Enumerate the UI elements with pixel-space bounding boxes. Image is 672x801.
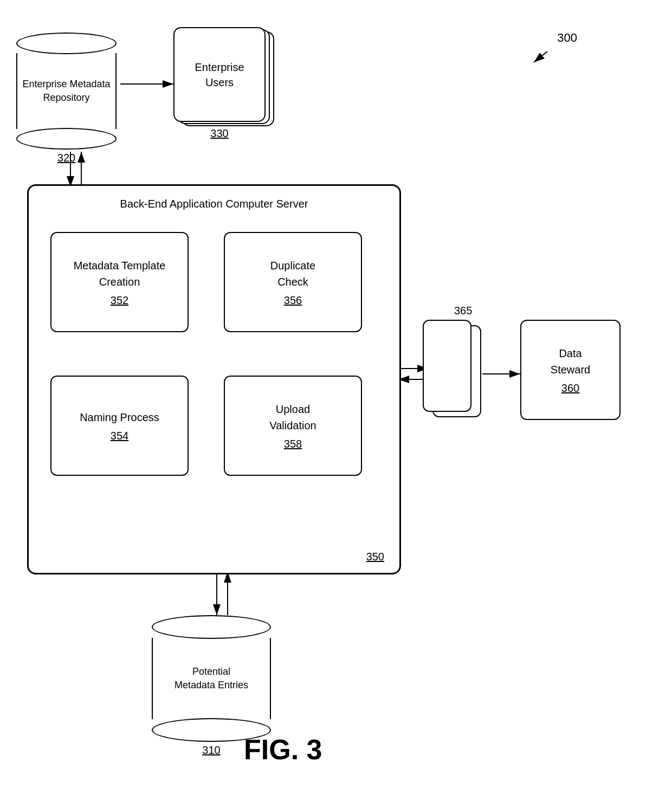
uv-label: UploadValidation <box>269 401 316 434</box>
emr-label: Enterprise MetadataRepository <box>22 77 110 105</box>
svg-line-10 <box>534 51 547 62</box>
np-ref: 354 <box>111 430 128 442</box>
server-label: Back-End Application Computer Server <box>29 198 399 210</box>
mtc-ref: 352 <box>111 294 128 307</box>
pme-label: PotentialMetadata Entries <box>175 665 248 692</box>
server-box: Back-End Application Computer Server Met… <box>27 184 401 574</box>
ds-ref: 360 <box>561 382 579 395</box>
rect-365-ref: 365 <box>454 305 472 317</box>
eu-ref: 330 <box>210 127 228 139</box>
ref-300: 300 <box>557 30 577 47</box>
module-naming-process: Naming Process 354 <box>50 376 189 476</box>
module-upload-validation: UploadValidation 358 <box>224 376 362 476</box>
eu-label: EnterpriseUsers <box>195 60 244 90</box>
module-metadata-template-creation: Metadata TemplateCreation 352 <box>50 232 189 332</box>
emr-ref: 320 <box>57 152 75 164</box>
enterprise-users: EnterpriseUsers 330 <box>173 27 274 146</box>
rect-365-group: 365 <box>423 320 485 423</box>
module-duplicate-check: DuplicateCheck 356 <box>224 232 362 332</box>
np-label: Naming Process <box>80 409 159 425</box>
enterprise-metadata-repo: Enterprise MetadataRepository 320 <box>16 33 117 164</box>
ds-label: DataSteward <box>551 345 590 378</box>
pme-ref: 310 <box>202 744 220 756</box>
potential-metadata-entries: PotentialMetadata Entries 310 <box>152 615 271 757</box>
uv-ref: 358 <box>284 438 302 450</box>
server-ref: 350 <box>366 551 384 563</box>
figure-label: FIG. 3 <box>244 733 322 766</box>
mtc-label: Metadata TemplateCreation <box>74 257 166 290</box>
diagram: 300 Enterprise MetadataRepository 320 En… <box>0 0 672 801</box>
data-steward-box: DataSteward 360 <box>520 320 621 420</box>
dc-ref: 356 <box>284 294 302 307</box>
dc-label: DuplicateCheck <box>270 257 315 290</box>
